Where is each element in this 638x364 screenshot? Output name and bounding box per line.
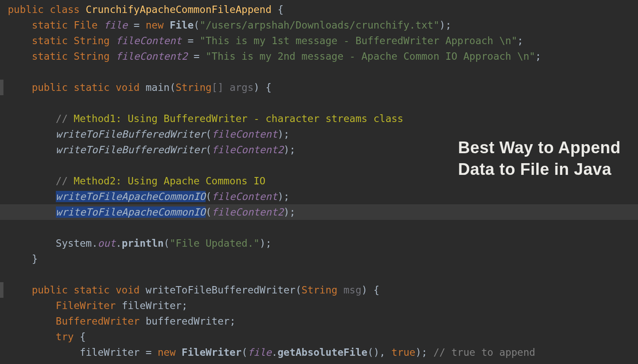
- keyword-static: static: [32, 35, 74, 46]
- comment-append: // true to append: [433, 347, 535, 358]
- array-brackets: []: [212, 82, 230, 93]
- arg-filecontent: fileContent: [212, 191, 277, 202]
- code-line-blank: [0, 220, 638, 235]
- type-bufferedwriter: BufferedWriter: [56, 316, 140, 327]
- string-literal: "/users/arpshah/Downloads/crunchify.txt": [200, 19, 439, 31]
- code-line-16: System.out.println("File Updated.");: [0, 235, 638, 251]
- keyword: public static void: [32, 82, 145, 93]
- param-args: args: [229, 82, 253, 93]
- class-name: CrunchifyApacheCommonFileAppend: [86, 4, 271, 15]
- field-file: file: [104, 19, 128, 31]
- code-line-17: }: [0, 251, 638, 267]
- brace: {: [271, 4, 284, 15]
- param-msg: msg: [344, 284, 362, 296]
- overlay-line-2: Data to File in Java: [458, 158, 621, 180]
- code-line-2: static File file = new File("/users/arps…: [0, 17, 638, 33]
- keyword-true: true: [391, 347, 415, 358]
- method-call-selected: writeToFileApacheCommonIO: [56, 191, 206, 202]
- string-literal: "This is my 2nd message - Apache Common …: [206, 51, 535, 62]
- code-line-1: public class CrunchifyApacheCommonFileAp…: [0, 2, 638, 17]
- code-line-20: FileWriter fileWriter;: [0, 298, 638, 313]
- brace-open: {: [80, 331, 86, 342]
- gutter-override-icon[interactable]: [0, 282, 3, 298]
- constructor-filewriter: FileWriter: [182, 347, 242, 358]
- keyword-try: try: [56, 331, 80, 342]
- string-literal: "File Updated.": [170, 238, 260, 249]
- constructor-file: File: [170, 19, 193, 31]
- method-call-selected: writeToFileApacheCommonIO: [56, 206, 206, 218]
- field-filecontent2: fileContent2: [116, 51, 187, 62]
- var-filewriter: fileWriter: [122, 300, 181, 311]
- method-main: main: [146, 82, 170, 93]
- class-system: System: [56, 238, 92, 249]
- code-line-23: fileWriter = new FileWriter(file.getAbso…: [0, 345, 638, 360]
- code-line-19: public static void writeToFileBufferedWr…: [0, 282, 638, 298]
- code-line-blank: [0, 267, 638, 282]
- field-file: file: [248, 347, 271, 358]
- brace-close: }: [32, 253, 38, 264]
- keyword: public class: [8, 4, 86, 15]
- code-line-blank: [0, 95, 638, 111]
- field-filecontent: fileContent: [116, 35, 181, 46]
- code-line-3: static String fileContent = "This is my …: [0, 33, 638, 48]
- overlay-title: Best Way to Append Data to File in Java: [458, 137, 621, 180]
- type-string: String: [176, 82, 212, 93]
- method-getabsolutefile: getAbsoluteFile: [277, 347, 367, 358]
- keyword-static: static: [32, 19, 74, 31]
- comment-prefix: //: [56, 175, 74, 187]
- var-filewriter: fileWriter: [80, 347, 139, 358]
- code-line-21: BufferedWriter bufferedWriter;: [0, 313, 638, 329]
- code-line-8: // Method1: Using BufferedWriter - chara…: [0, 111, 638, 126]
- comment-prefix: //: [56, 113, 74, 124]
- var-bufferedwriter: bufferedWriter: [146, 316, 230, 327]
- gutter-run-icon[interactable]: [0, 80, 3, 95]
- keyword-new: new: [146, 19, 170, 31]
- code-line-6: public static void main(String[] args) {: [0, 80, 638, 95]
- type-string: String: [74, 35, 110, 46]
- keyword-new: new: [158, 347, 181, 358]
- keyword-static: static: [32, 51, 74, 62]
- code-line-22: try {: [0, 329, 638, 345]
- method-decl: writeToFileBufferedWriter: [146, 284, 296, 296]
- arg-filecontent2: fileContent2: [212, 206, 284, 218]
- comment-text: Method2: Using Apache Commons IO: [74, 175, 265, 187]
- code-editor[interactable]: public class CrunchifyApacheCommonFileAp…: [0, 2, 638, 360]
- type-filewriter: FileWriter: [56, 300, 116, 311]
- code-line-4: static String fileContent2 = "This is my…: [0, 48, 638, 64]
- method-call: writeToFileBufferedWriter: [56, 144, 206, 155]
- keyword: public static void: [32, 284, 145, 296]
- method-println: println: [122, 238, 164, 249]
- arg-filecontent2: fileContent2: [212, 144, 284, 155]
- comment-text: Method1: Using BufferedWriter - characte…: [74, 113, 403, 124]
- code-line-13: writeToFileApacheCommonIO(fileContent);: [0, 189, 638, 204]
- code-line-blank: [0, 64, 638, 80]
- type-string: String: [302, 284, 338, 296]
- type-string: String: [74, 51, 110, 62]
- arg-filecontent: fileContent: [212, 129, 277, 140]
- field-out: out: [98, 238, 116, 249]
- method-call: writeToFileBufferedWriter: [56, 129, 206, 140]
- code-line-14-current: writeToFileApacheCommonIO(fileContent2);: [0, 204, 638, 220]
- string-literal: "This is my 1st message - BufferedWriter…: [200, 35, 517, 46]
- type-file: File: [74, 19, 97, 31]
- overlay-line-1: Best Way to Append: [458, 137, 621, 158]
